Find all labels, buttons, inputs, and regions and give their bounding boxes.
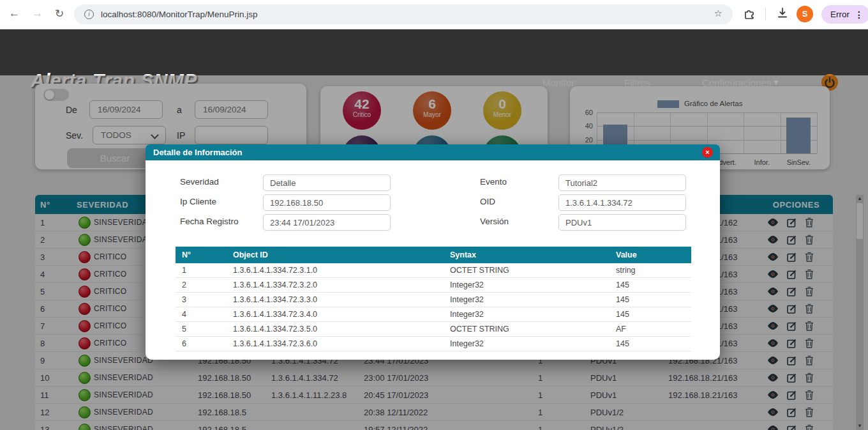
- varbind-oid-cell: 1.3.6.1.4.1.334.72.3.6.0: [227, 339, 444, 348]
- varbind-value-cell: 145: [610, 280, 691, 289]
- varbind-row: 61.3.6.1.4.1.334.72.3.6.0Integer32145: [176, 337, 691, 351]
- varbind-value-cell: 145: [610, 295, 691, 304]
- varbind-num-cell: 2: [176, 280, 227, 289]
- browser-chrome: ← → ↻ i ☆ S Error ⋮: [0, 0, 868, 29]
- error-label: Error: [830, 10, 849, 19]
- url-bar[interactable]: i ☆: [74, 4, 733, 24]
- app-header: Alerta Trap SNMP Monitor Filtros Configu…: [0, 29, 868, 75]
- varbind-row: 31.3.6.1.4.1.334.72.3.3.0Integer32145: [176, 293, 691, 307]
- profile-avatar[interactable]: S: [797, 6, 813, 22]
- url-input[interactable]: [100, 9, 613, 20]
- varbind-oid-cell: 1.3.6.1.4.1.334.72.3.2.0: [227, 280, 444, 289]
- varbind-syntax-cell: Integer32: [444, 295, 610, 304]
- varbind-syntax-cell: Integer32: [444, 280, 610, 289]
- varbind-table-body: 11.3.6.1.4.1.334.72.3.1.0OCTET STRINGstr…: [176, 263, 691, 351]
- varbind-value-cell: string: [610, 266, 691, 275]
- varbind-row: 11.3.6.1.4.1.334.72.3.1.0OCTET STRINGstr…: [176, 263, 691, 278]
- varbind-table-header: N°Object IDSyntaxValue: [176, 247, 691, 263]
- varbind-table: N°Object IDSyntaxValue 11.3.6.1.4.1.334.…: [176, 247, 691, 351]
- back-icon[interactable]: ←: [9, 7, 20, 20]
- error-menu-button[interactable]: Error ⋮: [821, 5, 868, 24]
- varbind-syntax-cell: Integer32: [444, 339, 610, 348]
- forward-icon[interactable]: →: [32, 7, 43, 20]
- varbind-header-oid: Object ID: [227, 250, 444, 259]
- ip-cliente-label: Ip Cliente: [180, 197, 216, 206]
- evento-field[interactable]: [558, 174, 686, 191]
- varbind-oid-cell: 1.3.6.1.4.1.334.72.3.4.0: [227, 310, 444, 319]
- detail-modal: Detalle de Información × Severidad Ip Cl…: [146, 144, 720, 360]
- varbind-value-cell: AF: [610, 325, 691, 334]
- varbind-value-cell: 145: [610, 310, 691, 319]
- site-info-icon[interactable]: i: [84, 10, 94, 19]
- varbind-num-cell: 1: [176, 266, 227, 275]
- varbind-oid-cell: 1.3.6.1.4.1.334.72.3.3.0: [227, 295, 444, 304]
- evento-label: Evento: [480, 177, 507, 187]
- severidad-field[interactable]: [263, 174, 391, 191]
- ip-cliente-field[interactable]: [263, 194, 391, 211]
- oid-field[interactable]: [558, 194, 686, 211]
- modal-title: Detalle de Información: [153, 148, 242, 157]
- varbind-syntax-cell: Integer32: [444, 310, 610, 319]
- varbind-header-num: N°: [176, 250, 227, 259]
- oid-label: OID: [480, 197, 495, 206]
- modal-header: Detalle de Información ×: [146, 144, 720, 160]
- varbind-oid-cell: 1.3.6.1.4.1.334.72.3.1.0: [227, 266, 444, 275]
- reload-icon[interactable]: ↻: [55, 7, 64, 20]
- varbind-value-cell: 145: [610, 339, 691, 348]
- toolbar-divider: [765, 8, 766, 20]
- extensions-icon[interactable]: [743, 7, 756, 22]
- version-label: Versión: [480, 217, 509, 226]
- fecha-registro-field[interactable]: [263, 214, 391, 231]
- varbind-header-value: Value: [610, 250, 691, 259]
- varbind-num-cell: 6: [176, 339, 227, 348]
- bookmark-star-icon[interactable]: ☆: [714, 8, 722, 19]
- varbind-num-cell: 5: [176, 325, 227, 334]
- kebab-menu-icon[interactable]: ⋮: [855, 10, 864, 20]
- varbind-syntax-cell: OCTET STRING: [444, 266, 610, 275]
- fecha-registro-label: Fecha Registro: [180, 217, 239, 226]
- varbind-row: 21.3.6.1.4.1.334.72.3.2.0Integer32145: [176, 278, 691, 293]
- varbind-row: 51.3.6.1.4.1.334.72.3.5.0OCTET STRINGAF: [176, 322, 691, 337]
- download-icon[interactable]: [776, 7, 789, 22]
- varbind-oid-cell: 1.3.6.1.4.1.334.72.3.5.0: [227, 325, 444, 334]
- version-field[interactable]: [558, 214, 686, 231]
- varbind-syntax-cell: OCTET STRING: [444, 325, 610, 334]
- varbind-header-syntax: Syntax: [444, 250, 610, 259]
- close-icon[interactable]: ×: [702, 147, 713, 158]
- varbind-row: 41.3.6.1.4.1.334.72.3.4.0Integer32145: [176, 307, 691, 322]
- varbind-num-cell: 3: [176, 295, 227, 304]
- varbind-num-cell: 4: [176, 310, 227, 319]
- severidad-label: Severidad: [180, 177, 219, 187]
